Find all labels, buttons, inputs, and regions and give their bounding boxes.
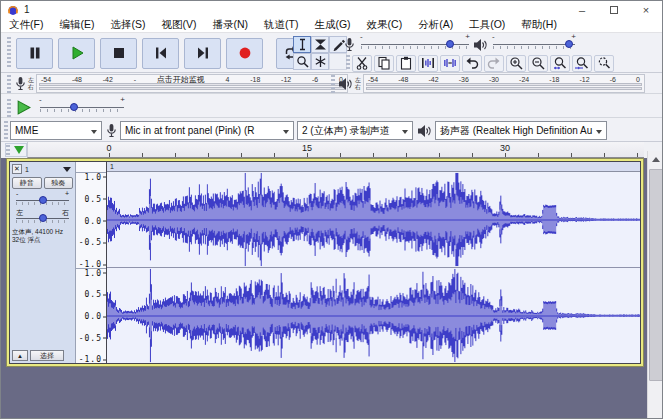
- audio-track[interactable]: ✕ 1 静音 独奏 - + 左: [6, 158, 644, 367]
- toolbar-grip[interactable]: [4, 121, 8, 139]
- chevron-down-icon: [283, 130, 289, 134]
- play-at-speed-icon[interactable]: [15, 99, 32, 116]
- timeline-options-button[interactable]: [5, 143, 27, 157]
- copy-icon: [377, 56, 391, 70]
- close-track-button[interactable]: ✕: [12, 164, 22, 174]
- timeline: 0 15 30: [1, 142, 644, 158]
- window-title: 1: [24, 4, 30, 15]
- recording-channels-select[interactable]: 2 (立体声) 录制声道: [297, 121, 413, 140]
- right-channel-label: 右: [355, 84, 361, 91]
- select-track-button[interactable]: 选择: [30, 350, 64, 361]
- waveform-channel-1[interactable]: [107, 172, 640, 267]
- stop-icon: [111, 45, 127, 61]
- menu-transport[interactable]: 播录(N): [204, 18, 256, 32]
- fit-selection-button[interactable]: [550, 55, 570, 72]
- scroll-up-button[interactable]: [648, 151, 663, 167]
- vertical-scale-ruler[interactable]: 1.0 0.5 0.0 -0.5 -1.0 1.0 0.5 0.0 -0.5 -…: [76, 162, 107, 363]
- timeline-ruler[interactable]: 0 15 30: [27, 142, 644, 158]
- gain-slider[interactable]: - +: [16, 192, 69, 207]
- track-name[interactable]: 1: [25, 166, 29, 173]
- minimize-button[interactable]: –: [566, 1, 598, 18]
- vertical-scrollbar[interactable]: [647, 151, 663, 419]
- copy-button[interactable]: [374, 55, 394, 72]
- recording-device-select[interactable]: Mic in at front panel (Pink) (R: [120, 121, 294, 140]
- undo-button[interactable]: [462, 55, 482, 72]
- scrollbar-thumb[interactable]: [649, 169, 663, 381]
- pause-icon: [27, 45, 43, 61]
- meter-channel-labels: 左 右: [355, 77, 361, 91]
- playback-volume-thumb[interactable]: [565, 40, 573, 48]
- skip-to-end-button[interactable]: [184, 38, 221, 69]
- menu-tracks[interactable]: 轨道(T): [256, 18, 306, 32]
- multi-tool-button[interactable]: [311, 53, 329, 70]
- selection-tool-button[interactable]: [293, 36, 311, 53]
- cut-button[interactable]: [352, 55, 372, 72]
- silence-audio-button[interactable]: [440, 55, 460, 72]
- clip-area[interactable]: 1: [107, 162, 640, 363]
- pan-thumb[interactable]: [39, 214, 47, 222]
- menu-view[interactable]: 视图(V): [153, 18, 204, 32]
- audio-host-select[interactable]: MME: [10, 121, 102, 140]
- toolbar-grip: [6, 145, 10, 156]
- stop-button[interactable]: [100, 38, 137, 69]
- audacity-window: 1 – × 文件(F) 编辑(E) 选择(S) 视图(V) 播录(N) 轨道(T…: [0, 0, 663, 419]
- waveform-channel-2[interactable]: [107, 268, 640, 363]
- toolbar-grip[interactable]: [7, 75, 11, 93]
- solo-button[interactable]: 独奏: [44, 177, 74, 189]
- track-format-info: 立体声, 44100 Hz: [12, 228, 73, 236]
- menu-file[interactable]: 文件(F): [1, 18, 51, 32]
- trim-audio-button[interactable]: [418, 55, 438, 72]
- zoom-out-button[interactable]: [528, 55, 548, 72]
- toolbar-grip[interactable]: [331, 75, 335, 93]
- gain-thumb[interactable]: [39, 196, 47, 204]
- slider-ticks: [361, 46, 469, 49]
- menu-effect[interactable]: 效果(C): [359, 18, 411, 32]
- zoom-in-button[interactable]: [506, 55, 526, 72]
- clip-title: 1: [110, 163, 114, 170]
- recording-meter[interactable]: -54 -48 -42 - 点击开始监视 4 -18 -12 -6 0: [36, 74, 348, 93]
- collapse-track-button[interactable]: ▲: [12, 350, 28, 361]
- meter-tick: -24: [519, 76, 529, 83]
- playback-volume-slider[interactable]: - +: [493, 39, 575, 51]
- recording-volume-slider[interactable]: - +: [361, 39, 469, 51]
- maximize-button[interactable]: [598, 1, 630, 18]
- playback-meter[interactable]: -54 -48 -42 -36 -30 -24 -18 -12 -6 0: [363, 74, 645, 93]
- toolbar-grip[interactable]: [7, 37, 11, 69]
- mute-button[interactable]: 静音: [12, 177, 42, 189]
- undo-icon: [465, 56, 479, 70]
- toolbar-grip[interactable]: [346, 55, 350, 71]
- menubar: 文件(F) 编辑(E) 选择(S) 视图(V) 播录(N) 轨道(T) 生成(G…: [1, 18, 662, 33]
- toolbar-grip[interactable]: [7, 99, 11, 117]
- clip-header[interactable]: 1: [107, 162, 640, 172]
- selection-tool-icon: [296, 38, 309, 51]
- menu-tools[interactable]: 工具(O): [461, 18, 513, 32]
- skip-to-start-button[interactable]: [142, 38, 179, 69]
- play-speed-thumb[interactable]: [70, 103, 78, 111]
- menu-analyze[interactable]: 分析(A): [410, 18, 461, 32]
- timeline-label: 0: [106, 143, 111, 153]
- playback-device-select[interactable]: 扬声器 (Realtek High Definition Au: [435, 121, 607, 140]
- left-channel-label: 左: [28, 77, 34, 84]
- record-button[interactable]: [226, 38, 263, 69]
- play-speed-slider[interactable]: - +: [40, 102, 124, 114]
- recording-volume-thumb[interactable]: [446, 40, 454, 48]
- envelope-tool-button[interactable]: [311, 36, 329, 53]
- menu-help[interactable]: 帮助(H): [513, 18, 565, 32]
- menu-generate[interactable]: 生成(G): [306, 18, 358, 32]
- close-button[interactable]: ×: [630, 1, 662, 18]
- meter-tick: -6: [312, 76, 318, 83]
- menu-select[interactable]: 选择(S): [102, 18, 153, 32]
- pause-button[interactable]: [16, 38, 53, 69]
- play-button[interactable]: [58, 38, 95, 69]
- track-view-area[interactable]: ✕ 1 静音 独奏 - + 左: [1, 158, 647, 419]
- pan-slider[interactable]: 左 右: [16, 210, 69, 225]
- slider-max-label: +: [571, 32, 576, 41]
- zoom-tool-button[interactable]: [293, 53, 311, 70]
- fit-project-button[interactable]: [572, 55, 592, 72]
- zoom-toggle-button[interactable]: [594, 55, 614, 72]
- paste-button[interactable]: [396, 55, 416, 72]
- microphone-icon: [106, 123, 117, 138]
- track-menu-button[interactable]: [63, 167, 71, 172]
- menu-edit[interactable]: 编辑(E): [51, 18, 102, 32]
- redo-button[interactable]: [484, 55, 504, 72]
